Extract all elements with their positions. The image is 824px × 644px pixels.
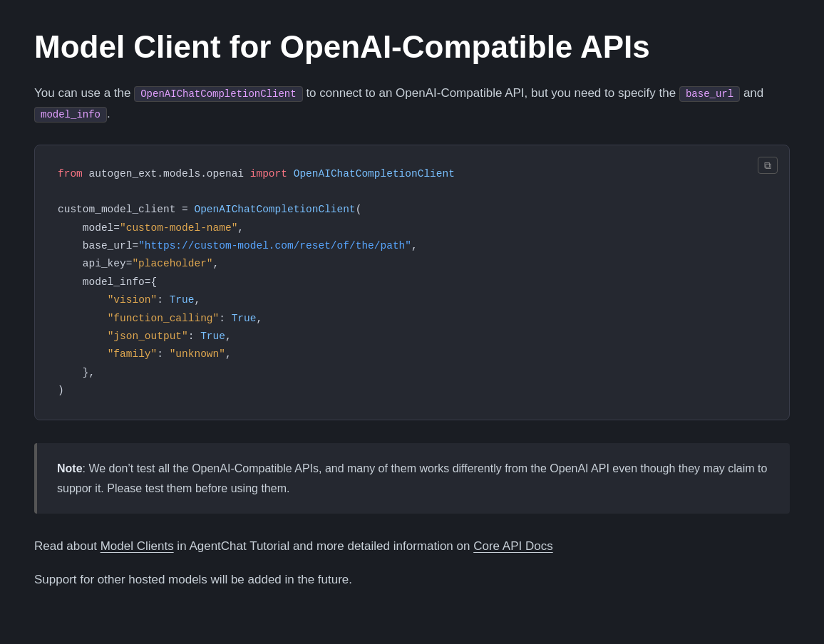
links-part1: Read about [34, 539, 101, 553]
intro-part3: . [107, 107, 110, 120]
note-box: Note: We don’t test all the OpenAI-Compa… [34, 443, 790, 513]
code-content: from autogen_ext.models.openai import Op… [58, 165, 766, 400]
note-label: Note [57, 462, 83, 474]
support-text: Support for other hosted models will be … [34, 570, 790, 591]
intro-paragraph: You can use a the OpenAIChatCompletionCl… [34, 83, 790, 125]
model-clients-link[interactable]: Model Clients [101, 539, 174, 553]
core-api-docs-link[interactable]: Core API Docs [473, 539, 553, 553]
page-title: Model Client for OpenAI-Compatible APIs [34, 28, 790, 66]
param2-code: model_info [34, 107, 107, 123]
links-paragraph: Read about Model Clients in AgentChat Tu… [34, 536, 790, 557]
intro-part2: to connect to an OpenAI-Compatible API, … [303, 86, 679, 100]
intro-part1: You can use a the [34, 86, 134, 100]
and-text: and [740, 86, 763, 100]
links-part2: in AgentChat Tutorial and more detailed … [174, 539, 474, 553]
code-block: ⧉ from autogen_ext.models.openai import … [34, 145, 790, 421]
copy-button[interactable]: ⧉ [758, 157, 778, 174]
class-name-code: OpenAIChatCompletionClient [134, 86, 302, 102]
note-text: : We don’t test all the OpenAI-Compatibl… [57, 462, 767, 494]
param1-code: base_url [679, 86, 740, 102]
